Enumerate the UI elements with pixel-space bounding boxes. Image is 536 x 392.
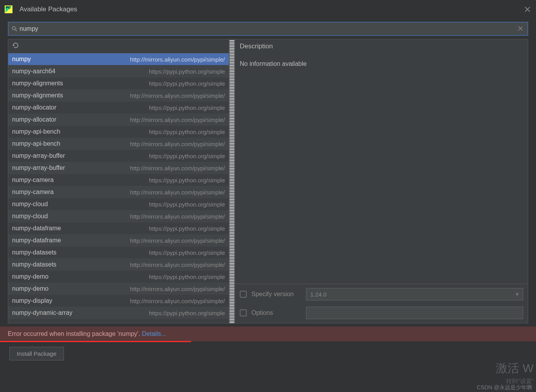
package-row[interactable]: numpy-cloudhttps://pypi.python.org/simpl… (8, 198, 229, 210)
package-row[interactable]: numpy-alignmentshttp://mirrors.aliyun.co… (8, 90, 229, 102)
package-row[interactable]: numpy-dataframehttp://mirrors.aliyun.com… (8, 235, 229, 247)
package-list[interactable]: numpyhttp://mirrors.aliyun.com/pypi/simp… (8, 53, 229, 323)
package-name: numpy-display (12, 297, 52, 304)
package-row[interactable]: numpy-api-benchhttp://mirrors.aliyun.com… (8, 138, 229, 150)
clear-icon[interactable] (517, 25, 524, 32)
package-source: https://pypi.python.org/simple (149, 104, 225, 111)
svg-point-0 (12, 27, 16, 30)
window-title: Available Packages (19, 5, 77, 13)
package-row[interactable]: numpy-array-bufferhttp://mirrors.aliyun.… (8, 162, 229, 174)
options-label: Options (251, 309, 273, 316)
titlebar: Available Packages (0, 0, 536, 19)
package-source: http://mirrors.aliyun.com/pypi/simple/ (130, 56, 225, 63)
package-source: https://pypi.python.org/simple (149, 249, 225, 256)
package-row[interactable]: numpy-dynamic-arrayhttps://pypi.python.o… (8, 307, 229, 319)
search-icon (12, 26, 17, 32)
install-package-button[interactable]: Install Package (9, 347, 64, 360)
install-options: Specify version 1.24.0 ▾ Options (235, 284, 528, 323)
package-row[interactable]: numpy-allocatorhttps://pypi.python.org/s… (8, 102, 229, 114)
package-source: https://pypi.python.org/simple (149, 129, 225, 135)
package-name: numpy-api-bench (12, 140, 60, 147)
package-name: numpy-array-buffer (12, 152, 65, 159)
scrollbar-track[interactable] (229, 39, 235, 323)
package-row[interactable]: numpy-allocatorhttp://mirrors.aliyun.com… (8, 114, 229, 126)
csdn-watermark: CSDN @永远是少年啊 (477, 384, 532, 391)
package-name: numpy-camera (12, 189, 54, 196)
package-row[interactable]: numpy-array-bufferhttps://pypi.python.or… (8, 150, 229, 162)
package-name: numpy-alignments (12, 92, 63, 99)
package-source: https://pypi.python.org/simple (149, 201, 225, 208)
package-row[interactable]: numpy-dataframehttps://pypi.python.org/s… (8, 222, 229, 235)
package-name: numpy (12, 56, 31, 63)
package-name: numpy-allocator (12, 116, 57, 123)
package-source: http://mirrors.aliyun.com/pypi/simple/ (130, 165, 225, 171)
package-source: http://mirrors.aliyun.com/pypi/simple/ (130, 261, 225, 268)
package-name: numpy-dataframe (12, 225, 61, 232)
package-row[interactable]: numpy-datasetshttp://mirrors.aliyun.com/… (8, 259, 229, 271)
package-name: numpy-cloud (12, 213, 48, 220)
close-icon[interactable] (524, 5, 531, 13)
package-name: numpy-demo (12, 273, 48, 280)
package-row[interactable]: numpy-demohttp://mirrors.aliyun.com/pypi… (8, 283, 229, 295)
search-input[interactable] (19, 25, 517, 32)
package-row[interactable]: numpyhttp://mirrors.aliyun.com/pypi/simp… (8, 53, 229, 65)
specify-version-label: Specify version (251, 291, 294, 298)
package-name: numpy-dataframe (12, 237, 61, 244)
package-name: numpy-cloud (12, 201, 48, 208)
search-field-wrap (8, 22, 528, 36)
footer: Install Package (0, 341, 536, 366)
package-name: numpy-api-bench (12, 128, 60, 135)
package-source: http://mirrors.aliyun.com/pypi/simple/ (130, 92, 225, 99)
error-text: Error occurred when installing package '… (8, 330, 142, 337)
checkbox-icon[interactable] (240, 309, 247, 316)
error-details-link[interactable]: Details... (142, 330, 166, 337)
package-row[interactable]: numpy-api-benchhttps://pypi.python.org/s… (8, 126, 229, 138)
package-name: numpy-alignments (12, 80, 63, 87)
package-row[interactable]: numpy-datasetshttps://pypi.python.org/si… (8, 247, 229, 259)
package-row[interactable]: numpy-camerahttp://mirrors.aliyun.com/py… (8, 186, 229, 198)
package-row[interactable]: numpy-displayhttp://mirrors.aliyun.com/p… (8, 295, 229, 307)
package-row[interactable]: numpy-cloudhttp://mirrors.aliyun.com/pyp… (8, 210, 229, 222)
main-area: numpyhttp://mirrors.aliyun.com/pypi/simp… (0, 39, 536, 323)
description-pane: Description No information available Spe… (235, 39, 528, 323)
refresh-bar (8, 39, 229, 53)
package-source: https://pypi.python.org/simple (149, 80, 225, 87)
specify-version-checkbox[interactable]: Specify version (240, 291, 306, 298)
package-name: numpy-array-buffer (12, 164, 65, 171)
pycharm-icon (5, 5, 12, 13)
package-row[interactable]: numpy-aarch64https://pypi.python.org/sim… (8, 65, 229, 78)
options-checkbox[interactable]: Options (240, 309, 306, 316)
version-select[interactable]: 1.24.0 ▾ (306, 288, 523, 300)
package-row[interactable]: numpy-demohttps://pypi.python.org/simple (8, 271, 229, 283)
package-row[interactable]: numpy-camerahttps://pypi.python.org/simp… (8, 174, 229, 186)
package-source: http://mirrors.aliyun.com/pypi/simple/ (130, 298, 225, 304)
package-source: https://pypi.python.org/simple (149, 274, 225, 280)
package-source: https://pypi.python.org/simple (149, 310, 225, 316)
package-name: numpy-allocator (12, 104, 57, 111)
package-source: http://mirrors.aliyun.com/pypi/simple/ (130, 117, 225, 123)
package-name: numpy-camera (12, 177, 54, 184)
package-source: http://mirrors.aliyun.com/pypi/simple/ (130, 189, 225, 196)
package-source: https://pypi.python.org/simple (149, 68, 225, 75)
package-name: numpy-datasets (12, 249, 57, 256)
package-source: https://pypi.python.org/simple (149, 225, 225, 232)
package-source: https://pypi.python.org/simple (149, 153, 225, 159)
options-input[interactable] (306, 307, 523, 319)
refresh-icon[interactable] (12, 42, 19, 50)
package-name: numpy-demo (12, 285, 48, 292)
description-body: No information available (235, 53, 528, 284)
package-name: numpy-dynamic-array (12, 309, 73, 316)
package-list-pane: numpyhttp://mirrors.aliyun.com/pypi/simp… (8, 39, 229, 323)
package-source: https://pypi.python.org/simple (149, 177, 225, 184)
version-value: 1.24.0 (310, 291, 327, 298)
chevron-down-icon: ▾ (516, 291, 519, 298)
package-source: http://mirrors.aliyun.com/pypi/simple/ (130, 286, 225, 292)
package-row[interactable]: numpy-alignmentshttps://pypi.python.org/… (8, 78, 229, 90)
package-source: http://mirrors.aliyun.com/pypi/simple/ (130, 141, 225, 147)
package-name: numpy-aarch64 (12, 68, 55, 75)
checkbox-icon[interactable] (240, 291, 247, 298)
error-underline (0, 341, 191, 342)
package-source: http://mirrors.aliyun.com/pypi/simple/ (130, 213, 225, 220)
watermark-small: 转到"设置" (506, 378, 534, 385)
error-bar: Error occurred when installing package '… (0, 327, 536, 341)
